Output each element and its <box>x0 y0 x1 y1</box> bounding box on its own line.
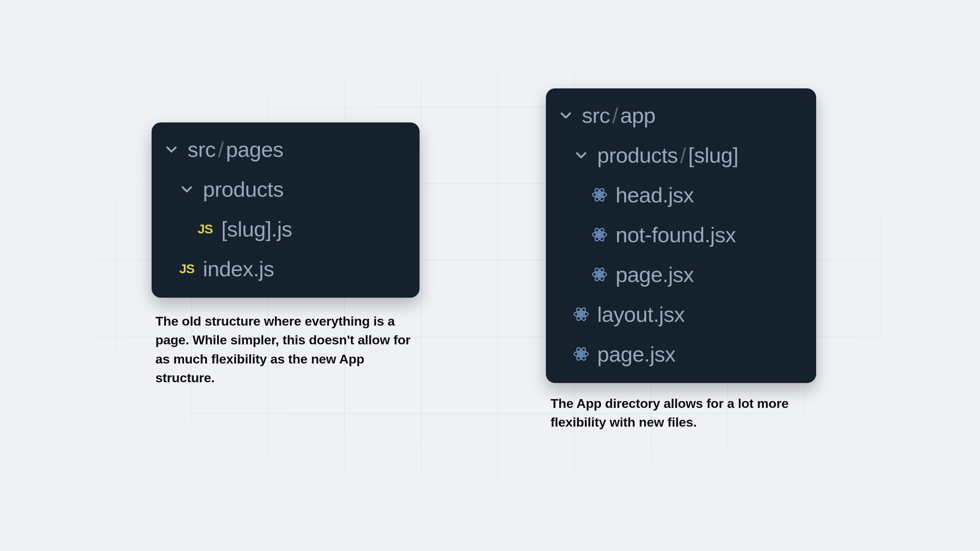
react-icon <box>572 346 590 362</box>
file-label: page.jsx <box>616 262 694 287</box>
folder-label: products <box>203 177 284 202</box>
chevron-down-icon <box>178 182 196 196</box>
svg-point-16 <box>580 352 583 355</box>
folder-src-pages: src/pages <box>162 129 406 169</box>
svg-point-8 <box>598 273 601 276</box>
folder-path: src/pages <box>188 137 283 162</box>
file-label: not-found.jsx <box>616 222 736 247</box>
react-icon <box>572 306 590 323</box>
path-segment: src <box>188 137 216 161</box>
file-label: [slug].js <box>221 217 292 241</box>
path-segment: pages <box>226 137 283 161</box>
file-layout-jsx: layout.jsx <box>557 294 802 334</box>
app-structure-panel: src/app products/[slug] head.jsx not-fou… <box>546 88 816 383</box>
react-icon <box>590 266 609 283</box>
js-icon: JS <box>196 222 214 236</box>
app-caption: The App directory allows for a lot more … <box>550 394 811 432</box>
react-icon <box>590 226 609 243</box>
svg-point-0 <box>598 193 601 196</box>
svg-point-4 <box>598 233 601 236</box>
pages-caption: The old structure where everything is a … <box>155 312 416 387</box>
path-segment: app <box>620 103 655 127</box>
file-label: layout.jsx <box>597 302 684 327</box>
path-separator: / <box>218 137 224 161</box>
path-separator: / <box>680 143 686 167</box>
file-label: page.jsx <box>597 342 676 367</box>
chevron-down-icon <box>572 148 590 162</box>
file-not-found-jsx: not-found.jsx <box>557 215 802 254</box>
pages-structure-panel: src/pages products JS [slug].js JS index… <box>152 122 420 298</box>
folder-products: products <box>162 169 406 209</box>
react-icon <box>590 186 609 203</box>
path-separator: / <box>612 103 618 127</box>
svg-point-12 <box>580 313 583 316</box>
chevron-down-icon <box>162 142 181 156</box>
file-slug-js: JS [slug].js <box>162 209 406 249</box>
file-page-jsx-root: page.jsx <box>557 334 802 374</box>
folder-src-app: src/app <box>557 95 802 135</box>
folder-products-slug: products/[slug] <box>557 135 802 175</box>
file-head-jsx: head.jsx <box>557 175 802 215</box>
js-icon: JS <box>178 261 196 276</box>
file-label: head.jsx <box>616 183 694 207</box>
path-segment: src <box>582 103 610 127</box>
chevron-down-icon <box>557 108 575 122</box>
file-page-jsx-nested: page.jsx <box>557 254 802 294</box>
path-segment: [slug] <box>688 143 738 167</box>
file-label: index.js <box>203 256 274 281</box>
file-index-js: JS index.js <box>162 249 406 289</box>
path-segment: products <box>597 143 678 167</box>
folder-path: products/[slug] <box>597 143 738 168</box>
background-grid <box>0 0 980 551</box>
folder-path: src/app <box>582 103 655 128</box>
